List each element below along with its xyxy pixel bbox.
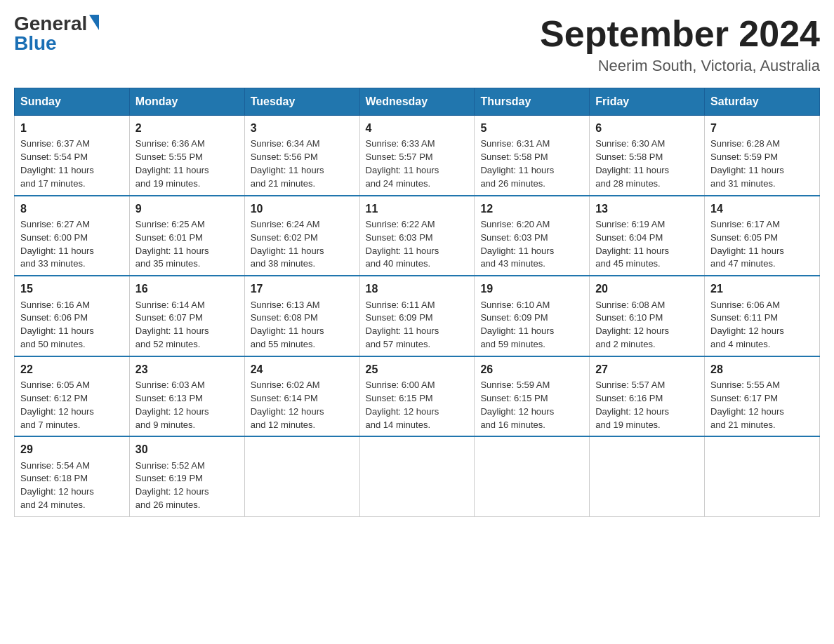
weekday-header-row: SundayMondayTuesdayWednesdayThursdayFrid… — [15, 88, 820, 116]
daylight-text: Daylight: 12 hours — [480, 405, 583, 419]
sunrise-text: Sunrise: 5:52 AM — [135, 459, 239, 473]
logo-triangle-icon — [89, 15, 99, 30]
day-number: 30 — [135, 441, 239, 457]
weekday-header-monday: Monday — [129, 88, 244, 116]
sunrise-text: Sunrise: 6:10 AM — [480, 299, 583, 312]
daylight-text: Daylight: 11 hours — [135, 325, 239, 338]
sunset-text: Sunset: 5:55 PM — [135, 151, 239, 164]
daylight-text: Daylight: 11 hours — [135, 164, 239, 177]
calendar-cell: 4Sunrise: 6:33 AMSunset: 5:57 PMDaylight… — [359, 116, 475, 196]
daylight-text: Daylight: 12 hours — [710, 325, 814, 338]
calendar-cell: 22Sunrise: 6:05 AMSunset: 6:12 PMDayligh… — [15, 356, 130, 437]
sunset-text: Sunset: 6:17 PM — [710, 392, 814, 405]
daylight-text: Daylight: 11 hours — [20, 164, 124, 177]
sunset-text: Sunset: 5:54 PM — [20, 151, 124, 164]
calendar-cell: 20Sunrise: 6:08 AMSunset: 6:10 PMDayligh… — [590, 276, 705, 356]
sunrise-text: Sunrise: 6:03 AM — [135, 379, 239, 392]
weekday-header-wednesday: Wednesday — [359, 88, 475, 116]
daylight-text-cont: and 9 minutes. — [135, 419, 239, 432]
daylight-text: Daylight: 12 hours — [710, 405, 814, 419]
calendar-week-row: 22Sunrise: 6:05 AMSunset: 6:12 PMDayligh… — [15, 356, 820, 437]
calendar-cell: 18Sunrise: 6:11 AMSunset: 6:09 PMDayligh… — [359, 276, 475, 356]
calendar-cell: 15Sunrise: 6:16 AMSunset: 6:06 PMDayligh… — [15, 276, 130, 356]
sunset-text: Sunset: 6:09 PM — [480, 311, 583, 325]
sunset-text: Sunset: 6:09 PM — [366, 311, 469, 325]
sunset-text: Sunset: 6:02 PM — [251, 232, 354, 245]
daylight-text: Daylight: 12 hours — [20, 405, 124, 419]
calendar-cell: 6Sunrise: 6:30 AMSunset: 5:58 PMDaylight… — [590, 116, 705, 196]
day-number: 8 — [20, 201, 124, 217]
calendar-subtitle: Neerim South, Victoria, Australia — [540, 57, 820, 75]
weekday-header-tuesday: Tuesday — [244, 88, 359, 116]
logo-general: General — [14, 14, 87, 34]
daylight-text-cont: and 19 minutes. — [135, 177, 239, 191]
sunset-text: Sunset: 6:03 PM — [366, 232, 469, 245]
sunset-text: Sunset: 6:08 PM — [251, 311, 354, 325]
sunset-text: Sunset: 6:16 PM — [595, 392, 699, 405]
sunrise-text: Sunrise: 6:02 AM — [251, 379, 354, 392]
day-number: 25 — [366, 361, 469, 377]
calendar-cell: 9Sunrise: 6:25 AMSunset: 6:01 PMDaylight… — [129, 196, 244, 276]
daylight-text-cont: and 26 minutes. — [480, 177, 583, 191]
daylight-text: Daylight: 11 hours — [366, 245, 469, 258]
sunset-text: Sunset: 5:56 PM — [251, 151, 354, 164]
daylight-text-cont: and 7 minutes. — [20, 419, 124, 432]
daylight-text-cont: and 21 minutes. — [251, 177, 354, 191]
daylight-text-cont: and 40 minutes. — [366, 257, 469, 271]
day-number: 15 — [20, 281, 124, 297]
calendar-week-row: 1Sunrise: 6:37 AMSunset: 5:54 PMDaylight… — [15, 116, 820, 196]
day-number: 16 — [135, 281, 239, 297]
header: General Blue September 2024 Neerim South… — [14, 14, 820, 75]
daylight-text-cont: and 24 minutes. — [20, 499, 124, 512]
day-number: 6 — [595, 120, 699, 136]
calendar-cell: 2Sunrise: 6:36 AMSunset: 5:55 PMDaylight… — [129, 116, 244, 196]
sunrise-text: Sunrise: 6:19 AM — [595, 218, 699, 232]
calendar-table: SundayMondayTuesdayWednesdayThursdayFrid… — [14, 88, 820, 517]
calendar-cell: 7Sunrise: 6:28 AMSunset: 5:59 PMDaylight… — [705, 116, 820, 196]
daylight-text: Daylight: 11 hours — [595, 164, 699, 177]
daylight-text-cont: and 38 minutes. — [251, 257, 354, 271]
sunset-text: Sunset: 6:14 PM — [251, 392, 354, 405]
sunrise-text: Sunrise: 6:24 AM — [251, 218, 354, 232]
daylight-text-cont: and 47 minutes. — [710, 257, 814, 271]
sunrise-text: Sunrise: 6:31 AM — [480, 137, 583, 151]
sunset-text: Sunset: 5:57 PM — [366, 151, 469, 164]
day-number: 29 — [20, 441, 124, 457]
sunset-text: Sunset: 6:12 PM — [20, 392, 124, 405]
calendar-cell: 23Sunrise: 6:03 AMSunset: 6:13 PMDayligh… — [129, 356, 244, 437]
day-number: 20 — [595, 281, 699, 297]
day-number: 10 — [251, 201, 354, 217]
calendar-week-row: 15Sunrise: 6:16 AMSunset: 6:06 PMDayligh… — [15, 276, 820, 356]
daylight-text: Daylight: 11 hours — [20, 245, 124, 258]
weekday-header-sunday: Sunday — [15, 88, 130, 116]
daylight-text: Daylight: 11 hours — [480, 325, 583, 338]
weekday-header-thursday: Thursday — [475, 88, 590, 116]
daylight-text-cont: and 28 minutes. — [595, 177, 699, 191]
daylight-text-cont: and 31 minutes. — [710, 177, 814, 191]
day-number: 14 — [710, 201, 814, 217]
sunset-text: Sunset: 6:05 PM — [710, 232, 814, 245]
sunrise-text: Sunrise: 6:36 AM — [135, 137, 239, 151]
calendar-cell: 24Sunrise: 6:02 AMSunset: 6:14 PMDayligh… — [244, 356, 359, 437]
calendar-cell: 8Sunrise: 6:27 AMSunset: 6:00 PMDaylight… — [15, 196, 130, 276]
daylight-text-cont: and 45 minutes. — [595, 257, 699, 271]
daylight-text-cont: and 57 minutes. — [366, 338, 469, 351]
calendar-cell: 25Sunrise: 6:00 AMSunset: 6:15 PMDayligh… — [359, 356, 475, 437]
sunrise-text: Sunrise: 6:06 AM — [710, 299, 814, 312]
sunrise-text: Sunrise: 5:54 AM — [20, 459, 124, 473]
calendar-cell: 21Sunrise: 6:06 AMSunset: 6:11 PMDayligh… — [705, 276, 820, 356]
day-number: 23 — [135, 361, 239, 377]
daylight-text-cont: and 19 minutes. — [595, 419, 699, 432]
daylight-text-cont: and 2 minutes. — [595, 338, 699, 351]
calendar-cell: 12Sunrise: 6:20 AMSunset: 6:03 PMDayligh… — [475, 196, 590, 276]
daylight-text-cont: and 16 minutes. — [480, 419, 583, 432]
sunrise-text: Sunrise: 6:30 AM — [595, 137, 699, 151]
sunrise-text: Sunrise: 6:33 AM — [366, 137, 469, 151]
daylight-text: Daylight: 11 hours — [135, 245, 239, 258]
sunset-text: Sunset: 6:15 PM — [366, 392, 469, 405]
daylight-text: Daylight: 12 hours — [595, 405, 699, 419]
sunrise-text: Sunrise: 6:13 AM — [251, 299, 354, 312]
daylight-text: Daylight: 11 hours — [480, 164, 583, 177]
sunrise-text: Sunrise: 5:57 AM — [595, 379, 699, 392]
daylight-text: Daylight: 11 hours — [251, 164, 354, 177]
